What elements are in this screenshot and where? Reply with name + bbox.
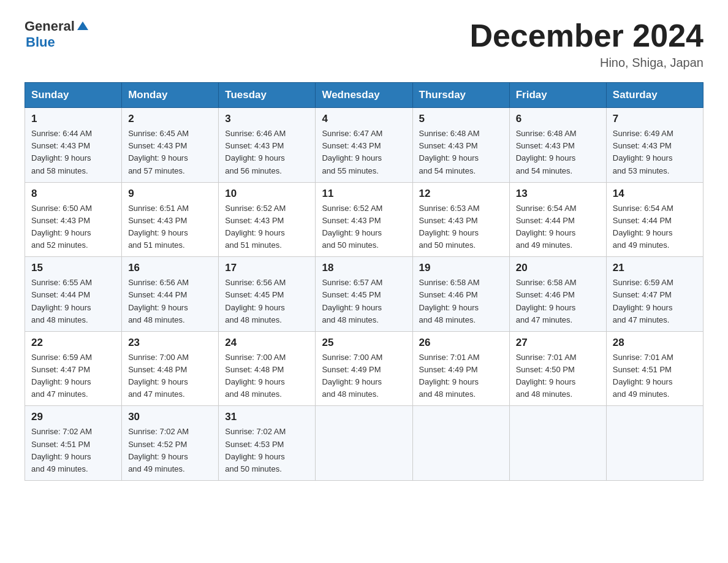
logo: General Blue	[25, 18, 89, 50]
day-info: Sunrise: 6:55 AMSunset: 4:44 PMDaylight:…	[31, 277, 115, 326]
day-number: 23	[128, 337, 212, 349]
calendar-cell: 21Sunrise: 6:59 AMSunset: 4:47 PMDayligh…	[606, 257, 703, 332]
day-info: Sunrise: 6:50 AMSunset: 4:43 PMDaylight:…	[31, 202, 115, 252]
day-number: 2	[128, 113, 212, 125]
day-info: Sunrise: 6:51 AMSunset: 4:43 PMDaylight:…	[128, 202, 212, 252]
day-number: 31	[225, 411, 309, 423]
calendar-week-row: 29Sunrise: 7:02 AMSunset: 4:51 PMDayligh…	[25, 406, 703, 481]
calendar-header-row: SundayMondayTuesdayWednesdayThursdayFrid…	[25, 83, 703, 108]
day-info: Sunrise: 6:57 AMSunset: 4:45 PMDaylight:…	[322, 277, 406, 326]
calendar-cell: 13Sunrise: 6:54 AMSunset: 4:44 PMDayligh…	[509, 182, 606, 257]
day-info: Sunrise: 6:49 AMSunset: 4:43 PMDaylight:…	[613, 128, 697, 177]
day-number: 17	[225, 262, 309, 274]
calendar-week-row: 22Sunrise: 6:59 AMSunset: 4:47 PMDayligh…	[25, 331, 703, 406]
calendar-cell: 14Sunrise: 6:54 AMSunset: 4:44 PMDayligh…	[606, 182, 703, 257]
calendar-cell: 10Sunrise: 6:52 AMSunset: 4:43 PMDayligh…	[219, 182, 316, 257]
day-number: 16	[128, 262, 212, 274]
day-number: 13	[516, 188, 600, 200]
calendar-table: SundayMondayTuesdayWednesdayThursdayFrid…	[25, 82, 703, 481]
day-info: Sunrise: 6:58 AMSunset: 4:46 PMDaylight:…	[516, 277, 600, 326]
calendar-cell: 19Sunrise: 6:58 AMSunset: 4:46 PMDayligh…	[412, 257, 509, 332]
calendar-cell: 18Sunrise: 6:57 AMSunset: 4:45 PMDayligh…	[316, 257, 412, 332]
calendar-cell: 2Sunrise: 6:45 AMSunset: 4:43 PMDaylight…	[122, 108, 219, 183]
calendar-cell: 5Sunrise: 6:48 AMSunset: 4:43 PMDaylight…	[412, 108, 509, 183]
day-info: Sunrise: 7:01 AMSunset: 4:49 PMDaylight:…	[419, 351, 503, 401]
day-info: Sunrise: 7:00 AMSunset: 4:48 PMDaylight:…	[225, 351, 309, 401]
day-info: Sunrise: 6:46 AMSunset: 4:43 PMDaylight:…	[225, 128, 309, 177]
location: Hino, Shiga, Japan	[469, 56, 703, 70]
calendar-cell: 29Sunrise: 7:02 AMSunset: 4:51 PMDayligh…	[25, 406, 122, 481]
day-number: 9	[128, 188, 212, 200]
day-number: 20	[516, 262, 600, 274]
day-number: 12	[419, 188, 503, 200]
calendar-cell: 3Sunrise: 6:46 AMSunset: 4:43 PMDaylight…	[219, 108, 316, 183]
calendar-cell	[606, 406, 703, 481]
day-number: 5	[419, 113, 503, 125]
day-info: Sunrise: 6:59 AMSunset: 4:47 PMDaylight:…	[31, 351, 115, 401]
calendar-week-row: 15Sunrise: 6:55 AMSunset: 4:44 PMDayligh…	[25, 257, 703, 332]
day-info: Sunrise: 6:56 AMSunset: 4:44 PMDaylight:…	[128, 277, 212, 326]
calendar-cell: 31Sunrise: 7:02 AMSunset: 4:53 PMDayligh…	[219, 406, 316, 481]
day-number: 14	[613, 188, 697, 200]
calendar-cell: 15Sunrise: 6:55 AMSunset: 4:44 PMDayligh…	[25, 257, 122, 332]
day-number: 21	[613, 262, 697, 274]
calendar-cell: 9Sunrise: 6:51 AMSunset: 4:43 PMDaylight…	[122, 182, 219, 257]
col-header-wednesday: Wednesday	[316, 83, 412, 108]
day-number: 22	[31, 337, 115, 349]
day-number: 24	[225, 337, 309, 349]
day-number: 26	[419, 337, 503, 349]
day-info: Sunrise: 6:52 AMSunset: 4:43 PMDaylight:…	[322, 202, 406, 252]
calendar-cell: 11Sunrise: 6:52 AMSunset: 4:43 PMDayligh…	[316, 182, 412, 257]
col-header-saturday: Saturday	[606, 83, 703, 108]
calendar-cell: 17Sunrise: 6:56 AMSunset: 4:45 PMDayligh…	[219, 257, 316, 332]
logo-blue: Blue	[26, 34, 55, 50]
day-number: 8	[31, 188, 115, 200]
logo-triangle-icon	[76, 19, 89, 33]
day-number: 4	[322, 113, 406, 125]
day-number: 30	[128, 411, 212, 423]
calendar-cell	[316, 406, 412, 481]
logo-general: General	[25, 18, 75, 34]
col-header-friday: Friday	[509, 83, 606, 108]
col-header-sunday: Sunday	[25, 83, 122, 108]
col-header-tuesday: Tuesday	[219, 83, 316, 108]
day-info: Sunrise: 7:01 AMSunset: 4:50 PMDaylight:…	[516, 351, 600, 401]
day-info: Sunrise: 6:48 AMSunset: 4:43 PMDaylight:…	[516, 128, 600, 177]
day-number: 10	[225, 188, 309, 200]
day-info: Sunrise: 7:01 AMSunset: 4:51 PMDaylight:…	[613, 351, 697, 401]
title-section: December 2024 Hino, Shiga, Japan	[469, 18, 703, 70]
calendar-cell: 25Sunrise: 7:00 AMSunset: 4:49 PMDayligh…	[316, 331, 412, 406]
day-info: Sunrise: 7:00 AMSunset: 4:48 PMDaylight:…	[128, 351, 212, 401]
day-info: Sunrise: 6:56 AMSunset: 4:45 PMDaylight:…	[225, 277, 309, 326]
calendar-cell: 23Sunrise: 7:00 AMSunset: 4:48 PMDayligh…	[122, 331, 219, 406]
day-info: Sunrise: 6:48 AMSunset: 4:43 PMDaylight:…	[419, 128, 503, 177]
day-info: Sunrise: 6:44 AMSunset: 4:43 PMDaylight:…	[31, 128, 115, 177]
day-info: Sunrise: 6:47 AMSunset: 4:43 PMDaylight:…	[322, 128, 406, 177]
day-number: 15	[31, 262, 115, 274]
calendar-cell: 30Sunrise: 7:02 AMSunset: 4:52 PMDayligh…	[122, 406, 219, 481]
calendar-cell: 20Sunrise: 6:58 AMSunset: 4:46 PMDayligh…	[509, 257, 606, 332]
col-header-monday: Monday	[122, 83, 219, 108]
day-info: Sunrise: 6:54 AMSunset: 4:44 PMDaylight:…	[613, 202, 697, 252]
day-number: 27	[516, 337, 600, 349]
calendar-cell: 8Sunrise: 6:50 AMSunset: 4:43 PMDaylight…	[25, 182, 122, 257]
day-number: 1	[31, 113, 115, 125]
calendar-cell: 24Sunrise: 7:00 AMSunset: 4:48 PMDayligh…	[219, 331, 316, 406]
page-header: General Blue December 2024 Hino, Shiga, …	[25, 18, 703, 70]
day-info: Sunrise: 7:02 AMSunset: 4:51 PMDaylight:…	[31, 426, 115, 475]
day-info: Sunrise: 6:54 AMSunset: 4:44 PMDaylight:…	[516, 202, 600, 252]
day-info: Sunrise: 6:58 AMSunset: 4:46 PMDaylight:…	[419, 277, 503, 326]
col-header-thursday: Thursday	[412, 83, 509, 108]
calendar-cell	[509, 406, 606, 481]
day-number: 6	[516, 113, 600, 125]
day-number: 19	[419, 262, 503, 274]
day-info: Sunrise: 6:53 AMSunset: 4:43 PMDaylight:…	[419, 202, 503, 252]
calendar-cell: 1Sunrise: 6:44 AMSunset: 4:43 PMDaylight…	[25, 108, 122, 183]
day-number: 3	[225, 113, 309, 125]
day-number: 29	[31, 411, 115, 423]
day-number: 7	[613, 113, 697, 125]
calendar-cell	[412, 406, 509, 481]
calendar-week-row: 1Sunrise: 6:44 AMSunset: 4:43 PMDaylight…	[25, 108, 703, 183]
calendar-cell: 6Sunrise: 6:48 AMSunset: 4:43 PMDaylight…	[509, 108, 606, 183]
calendar-cell: 22Sunrise: 6:59 AMSunset: 4:47 PMDayligh…	[25, 331, 122, 406]
